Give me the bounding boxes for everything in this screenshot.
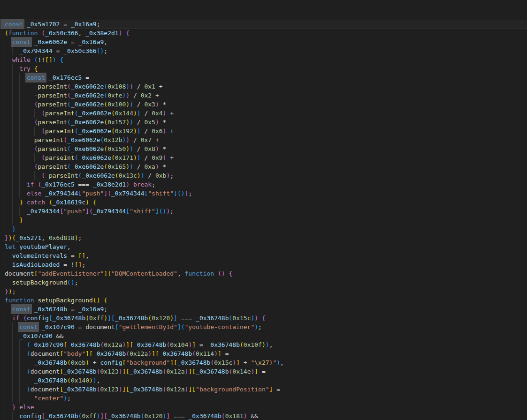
code-token: ) <box>232 359 236 366</box>
code-line[interactable]: while (!![]) { <box>0 55 527 64</box>
code-token: parseInt <box>38 101 67 108</box>
code-line[interactable]: function setupBackground() { <box>0 296 527 305</box>
code-text: (parseInt(_0xe6062e(0x144)) / 0x4) + <box>0 109 174 118</box>
code-token: ) <box>133 154 137 161</box>
code-line[interactable]: _0x107c90 && <box>0 331 527 340</box>
code-token: = <box>67 38 78 45</box>
code-editor[interactable]: const _0x5a1702 = _0x16a9;(function (_0x… <box>0 0 527 420</box>
code-line[interactable]: } <box>0 225 527 233</box>
code-line[interactable]: document["addEventListener"]("DOMContent… <box>0 269 527 278</box>
code-token: _0x36748b <box>107 412 140 420</box>
code-line[interactable]: } else <box>0 403 527 412</box>
code-token: try <box>19 65 30 72</box>
code-line[interactable]: isAudioLoaded = ![]; <box>0 260 527 269</box>
code-token: parseInt <box>38 92 67 99</box>
code-token: _0x36748b <box>115 315 148 322</box>
code-token: [ <box>126 208 130 215</box>
code-line[interactable]: _0x36748b(0xeb) + config["background"][_… <box>0 358 527 367</box>
code-token: [] <box>78 252 86 259</box>
code-token: _0x36748b <box>130 386 162 393</box>
code-line[interactable]: const _0x5a1702 = _0x16a9; <box>0 20 527 29</box>
code-token <box>5 208 27 215</box>
code-line[interactable]: (document[_0x36748b(0x123)][_0x36748b(0x… <box>0 367 527 376</box>
code-line[interactable]: const _0xe6062e = _0x16a9, <box>0 38 527 46</box>
code-token: _0x36748b <box>196 368 229 375</box>
code-token <box>130 181 133 188</box>
code-line[interactable]: volumeIntervals = [], <box>0 251 527 260</box>
code-token: 0x6 <box>152 128 162 135</box>
code-token: } <box>5 234 8 241</box>
code-token <box>5 386 27 393</box>
code-line[interactable]: })(_0x5271, 0x6d818); <box>0 233 527 242</box>
code-line[interactable]: (parseInt(_0xe6062e(0x100)) / 0x3) * <box>0 100 527 109</box>
code-line[interactable]: (document[_0x36748b(0x123)][_0x36748b(0x… <box>0 385 527 394</box>
code-token: ] <box>236 359 240 366</box>
code-line[interactable]: (_0x107c90[_0x36748b(0x12a)][_0x36748b(0… <box>0 340 527 349</box>
code-token: _0x794344 <box>27 208 60 215</box>
code-text: }); <box>0 287 15 296</box>
code-token: 0x140 <box>71 377 89 384</box>
code-token: _0xe6062e <box>78 154 111 161</box>
code-token: [ <box>174 359 177 366</box>
code-line[interactable]: (-parseInt(_0xe6062e(0x13c)) / 0xb); <box>0 171 527 180</box>
code-line[interactable]: (parseInt(_0xe6062e(0x157)) / 0x5) * <box>0 118 527 127</box>
code-line[interactable]: const _0x176ec5 = <box>0 73 527 82</box>
code-token <box>5 101 34 108</box>
code-token: ) <box>130 163 133 170</box>
code-token: parseInt <box>45 154 75 161</box>
code-token: _0x16a9 <box>78 306 104 313</box>
code-line[interactable]: if (config[_0x36748b(0xff)][_0x36748b(0x… <box>0 314 527 322</box>
code-line[interactable]: (parseInt(_0xe6062e(0x165)) / 0xa) * <box>0 162 527 171</box>
code-line[interactable]: let youtubePlayer, <box>0 242 527 251</box>
code-token: _0x794344 <box>93 208 126 215</box>
code-token: === <box>170 412 188 420</box>
code-line[interactable]: try { <box>0 64 527 73</box>
code-token: ) <box>126 136 130 143</box>
code-line[interactable]: config[_0x36748b(0xff)][_0x36748b(0x120)… <box>0 412 527 420</box>
code-token <box>5 217 19 224</box>
code-token: 0x165 <box>107 163 126 170</box>
code-token: [] <box>45 56 53 63</box>
code-token: 0xff <box>89 315 104 322</box>
code-token <box>5 412 19 420</box>
code-line[interactable]: } <box>0 216 527 225</box>
code-line[interactable]: else _0x794344["push"](_0x794344["shift"… <box>0 189 527 198</box>
code-line[interactable]: const _0x107c90 = document["getElementBy… <box>0 322 527 331</box>
code-token: "DOMContentLoaded" <box>111 270 177 277</box>
code-line[interactable]: const _0x36748b = _0x16a9; <box>0 305 527 314</box>
code-text: _0x36748b(0x140)), <box>0 376 100 385</box>
code-token: ) <box>119 386 122 393</box>
highlighted-const-keyword: const <box>18 322 39 332</box>
code-line[interactable]: (parseInt(_0xe6062e(0x150)) / 0x8) * <box>0 144 527 153</box>
code-line[interactable]: _0x794344 = _0x50c366(); <box>0 46 527 55</box>
code-token: ) <box>133 128 137 135</box>
code-token <box>5 368 27 375</box>
code-line[interactable]: }); <box>0 287 527 296</box>
code-line[interactable]: if (_0x176ec5 === _0x38e2d1) break; <box>0 180 527 189</box>
code-token: ) <box>126 145 130 152</box>
code-token: ] <box>152 350 155 357</box>
code-token: = <box>53 47 63 54</box>
code-line[interactable]: -parseInt(_0xe6062e(0x108)) / 0x1 + <box>0 82 527 91</box>
code-line[interactable]: (parseInt(_0xe6062e(0x192)) / 0x6) + <box>0 127 527 135</box>
code-token: [ <box>49 315 53 322</box>
code-line[interactable]: parseInt(_0xe6062e(0x12b)) / 0x7 + <box>0 135 527 144</box>
code-token: ( <box>67 101 71 108</box>
code-token: 0x15c <box>232 315 251 322</box>
code-token: / <box>141 110 152 117</box>
code-line[interactable]: (parseInt(_0xe6062e(0x144)) / 0x4) + <box>0 109 527 118</box>
code-token: && <box>53 332 63 339</box>
code-text: const _0x176ec5 = <box>0 73 89 82</box>
code-line[interactable]: (document["body"][_0x36748b(0x12a)][_0x3… <box>0 349 527 358</box>
code-line[interactable]: "center"); <box>0 394 527 403</box>
code-token: catch <box>27 199 45 206</box>
code-line[interactable]: (parseInt(_0xe6062e(0x171)) / 0x9) + <box>0 153 527 162</box>
code-line[interactable]: } catch (_0x16619c) { <box>0 198 527 207</box>
code-line[interactable]: -parseInt(_0xe6062e(0xfe)) / 0x2 + <box>0 91 527 100</box>
code-line[interactable]: _0x794344["push"](_0x794344["shift"]()); <box>0 207 527 216</box>
code-token: ( <box>111 128 115 135</box>
code-line[interactable]: (function (_0x50c366, _0x38e2d1) { <box>0 29 527 38</box>
code-line[interactable]: _0x36748b(0x140)), <box>0 376 527 385</box>
code-text: (function (_0x50c366, _0x38e2d1) { <box>0 29 130 38</box>
code-line[interactable]: setupBackground(); <box>0 278 527 287</box>
